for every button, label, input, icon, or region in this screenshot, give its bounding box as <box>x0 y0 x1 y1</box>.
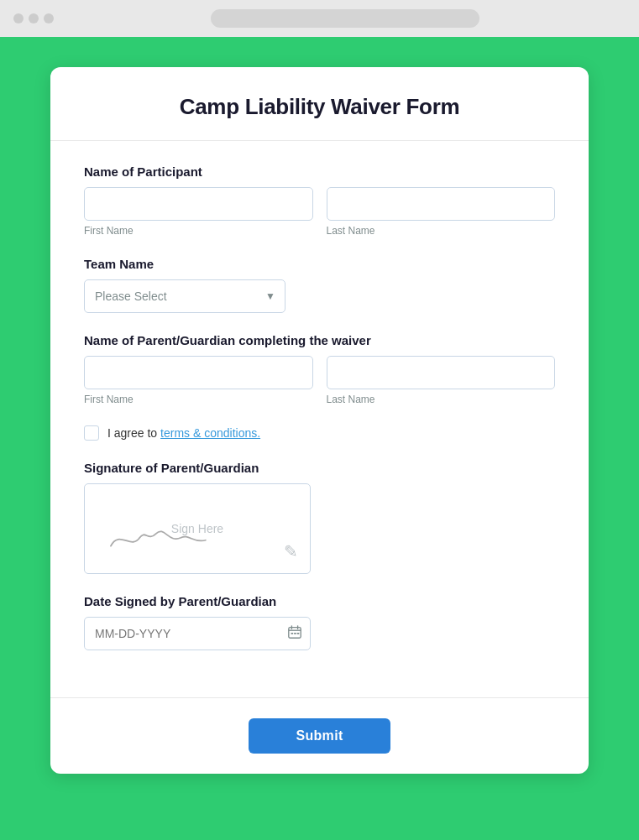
form-body: Name of Participant First Name Last Name… <box>50 141 589 697</box>
browser-chrome <box>0 0 639 37</box>
terms-label: I agree to terms & conditions. <box>107 426 260 440</box>
signature-section: Signature of Parent/Guardian Sign Here ✎ <box>84 461 555 574</box>
terms-link[interactable]: terms & conditions. <box>160 426 260 440</box>
guardian-first-name-field: First Name <box>84 356 313 405</box>
team-name-label: Team Name <box>84 257 555 271</box>
terms-prefix-text: I agree to <box>107 426 160 440</box>
date-signed-label: Date Signed by Parent/Guardian <box>84 594 555 608</box>
participant-first-name-field: First Name <box>84 187 313 237</box>
team-name-section: Team Name Please Select ▼ <box>84 257 555 313</box>
guardian-last-name-sublabel: Last Name <box>327 394 556 405</box>
form-footer: Submit <box>50 697 589 774</box>
participant-last-name-field: Last Name <box>327 187 556 237</box>
participant-name-row: First Name Last Name <box>84 187 555 237</box>
participant-last-name-sublabel: Last Name <box>327 225 556 237</box>
participant-first-name-sublabel: First Name <box>84 225 313 237</box>
terms-row: I agree to terms & conditions. <box>84 425 555 441</box>
guardian-last-name-input[interactable] <box>327 356 556 389</box>
browser-dot-1 <box>13 13 24 23</box>
date-input[interactable] <box>84 617 311 650</box>
date-signed-section: Date Signed by Parent/Guardian <box>84 594 555 650</box>
submit-button[interactable]: Submit <box>249 718 390 754</box>
guardian-last-name-field: Last Name <box>327 356 556 405</box>
guardian-first-name-sublabel: First Name <box>84 394 313 405</box>
guardian-first-name-input[interactable] <box>84 356 313 389</box>
browser-dot-2 <box>29 13 39 23</box>
date-wrapper <box>84 617 311 650</box>
guardian-name-section: Name of Parent/Guardian completing the w… <box>84 333 555 405</box>
terms-checkbox[interactable] <box>84 425 99 441</box>
signature-drawing <box>85 484 310 573</box>
page-background: Camp Liability Waiver Form Name of Parti… <box>0 37 639 840</box>
form-card: Camp Liability Waiver Form Name of Parti… <box>50 67 589 774</box>
participant-name-label: Name of Participant <box>84 164 555 179</box>
guardian-name-row: First Name Last Name <box>84 356 555 405</box>
team-name-select[interactable]: Please Select <box>84 279 285 313</box>
address-bar <box>211 9 479 28</box>
form-header: Camp Liability Waiver Form <box>50 67 589 141</box>
participant-last-name-input[interactable] <box>327 187 556 221</box>
participant-first-name-input[interactable] <box>84 187 313 221</box>
browser-dots <box>13 13 54 23</box>
guardian-name-label: Name of Parent/Guardian completing the w… <box>84 333 555 347</box>
participant-name-section: Name of Participant First Name Last Name <box>84 164 555 237</box>
signature-label: Signature of Parent/Guardian <box>84 461 555 475</box>
signature-box[interactable]: Sign Here ✎ <box>84 483 311 574</box>
team-name-select-wrapper: Please Select ▼ <box>84 279 285 313</box>
form-title: Camp Liability Waiver Form <box>84 94 555 120</box>
browser-dot-3 <box>44 13 54 23</box>
